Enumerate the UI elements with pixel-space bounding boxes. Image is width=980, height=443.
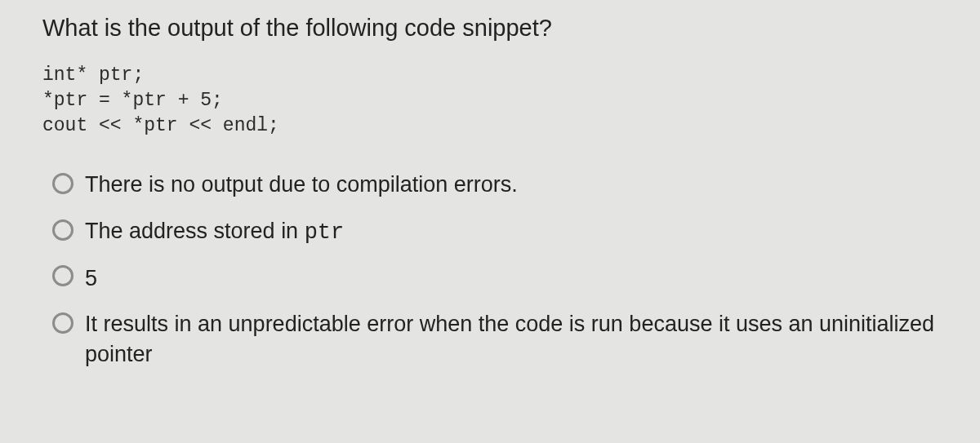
radio-icon[interactable] xyxy=(52,173,74,194)
option-d-text: It results in an unpredictable error whe… xyxy=(85,309,938,369)
option-b-prefix: The address stored in xyxy=(85,219,305,243)
option-c[interactable]: 5 xyxy=(52,264,938,293)
option-c-text: 5 xyxy=(85,264,97,293)
option-d[interactable]: It results in an unpredictable error whe… xyxy=(52,309,938,369)
option-a-text: There is no output due to compilation er… xyxy=(85,170,518,199)
option-b-mono: ptr xyxy=(305,220,345,245)
option-b[interactable]: The address stored in ptr xyxy=(52,216,938,247)
radio-icon[interactable] xyxy=(52,265,74,286)
radio-icon[interactable] xyxy=(52,312,74,334)
option-b-text: The address stored in ptr xyxy=(85,216,344,247)
quiz-question-card: What is the output of the following code… xyxy=(0,0,980,369)
radio-icon[interactable] xyxy=(52,219,74,241)
answer-options: There is no output due to compilation er… xyxy=(42,170,938,369)
code-snippet: int* ptr; *ptr = *ptr + 5; cout << *ptr … xyxy=(42,63,938,139)
code-line-1: int* ptr; xyxy=(42,64,144,86)
question-prompt: What is the output of the following code… xyxy=(42,15,938,42)
option-a[interactable]: There is no output due to compilation er… xyxy=(52,170,938,199)
code-line-2: *ptr = *ptr + 5; xyxy=(42,90,223,111)
code-line-3: cout << *ptr << endl; xyxy=(42,115,279,136)
